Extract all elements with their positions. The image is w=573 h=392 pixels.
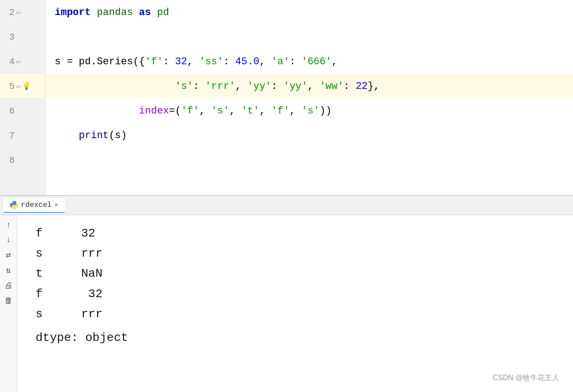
line-numbers: 2 ▭ 3 4 ▭ 5 ▭ 💡 6 7: [0, 0, 46, 195]
str-f: 'f': [145, 56, 163, 67]
code-line-5: 's': 'rrr', 'yy': 'yy', 'ww': 22},: [46, 74, 573, 98]
col5: :: [193, 81, 205, 92]
c5b: ,: [308, 81, 320, 92]
code-space2: [133, 7, 139, 18]
output-index-1: s: [36, 243, 54, 263]
output-value-2: NaN: [81, 263, 103, 284]
tab-label: rdexcel: [21, 201, 52, 209]
line-num-4: 4: [4, 57, 15, 67]
line-num-7: 7: [4, 130, 15, 141]
line-3-row: 3: [0, 25, 45, 49]
line-6-row: 6: [0, 98, 45, 123]
output-row-4: s rrr: [36, 304, 555, 324]
code-space3: [151, 7, 157, 18]
sort-icon[interactable]: ⇅: [6, 265, 11, 275]
close5: },: [368, 81, 380, 92]
colon3: :: [289, 56, 301, 67]
keyword-as: as: [139, 7, 151, 18]
num-32: 32: [175, 56, 187, 67]
line-5-row: 5 ▭ 💡: [0, 74, 45, 98]
str-ww: 'ww': [320, 81, 344, 92]
output-index-2: t: [36, 263, 54, 284]
s-var: s = pd.Series({: [55, 56, 145, 67]
code-space: [91, 7, 97, 18]
comma1: ,: [187, 56, 199, 67]
num-45: 45.0: [235, 56, 259, 67]
paren7: (s): [109, 130, 127, 141]
output-tabs: rdexcel ×: [0, 196, 573, 215]
col5c: :: [344, 81, 356, 92]
lightbulb-icon[interactable]: 💡: [22, 82, 31, 91]
code-content: import pandas as pd s = pd.Series({'f': …: [46, 0, 573, 195]
scroll-down-icon[interactable]: ↓: [6, 235, 11, 244]
output-tab-rdexcel[interactable]: rdexcel ×: [4, 198, 65, 213]
output-value-1: rrr: [81, 243, 103, 263]
tab-close-button[interactable]: ×: [54, 201, 58, 209]
colon2: :: [223, 56, 235, 67]
output-value-4: rrr: [81, 304, 103, 324]
str-ss: 'ss': [199, 56, 223, 67]
code-line-8: [46, 148, 573, 172]
code-line-3: [46, 25, 573, 49]
filter-icon[interactable]: ⇄: [6, 250, 11, 260]
str-a: 'a': [271, 56, 289, 67]
output-text: f 32 s rrr t NaN f 32 s rrr: [17, 215, 573, 392]
code-line-2: import pandas as pd: [46, 0, 573, 25]
output-toolbar: ↑ ↓ ⇄ ⇅ 🖨 🗑: [0, 215, 17, 392]
line-num-3: 3: [4, 32, 15, 42]
output-dtype: dtype: object: [36, 328, 555, 348]
close6: )): [320, 105, 331, 117]
num-22: 22: [356, 81, 367, 92]
app-container: 2 ▭ 3 4 ▭ 5 ▭ 💡 6 7: [0, 0, 573, 392]
str-yy-v: 'yy': [284, 81, 308, 92]
c6c: ,: [259, 105, 271, 117]
str-yy-k: 'yy': [247, 81, 271, 92]
keyword-index: index: [139, 105, 169, 117]
output-row-3: f 32: [36, 284, 555, 304]
spaces6: [55, 105, 139, 117]
c6b: ,: [229, 105, 241, 117]
code-line-7: print(s): [46, 123, 573, 148]
idx-f2: 'f': [271, 105, 289, 117]
colon1: :: [163, 56, 175, 67]
output-row-1: s rrr: [36, 243, 555, 263]
print-icon[interactable]: 🖨: [5, 281, 13, 290]
keyword-import: import: [55, 7, 91, 18]
line-4-row: 4 ▭: [0, 49, 45, 74]
scroll-up-icon[interactable]: ↑: [6, 221, 11, 230]
code-editor: 2 ▭ 3 4 ▭ 5 ▭ 💡 6 7: [0, 0, 573, 196]
idx-f: 'f': [181, 105, 199, 117]
output-value-3: 32: [81, 284, 103, 304]
c6a: ,: [199, 105, 211, 117]
output-row-0: f 32: [36, 223, 555, 243]
delete-icon[interactable]: 🗑: [5, 296, 13, 305]
fold-icon-4[interactable]: ▭: [16, 58, 20, 66]
fold-icon-2[interactable]: ▭: [16, 9, 20, 16]
output-index-4: s: [36, 304, 54, 324]
output-index-0: f: [36, 223, 54, 243]
eq6: =(: [169, 105, 181, 117]
col5b: :: [271, 81, 283, 92]
output-row-2: t NaN: [36, 263, 555, 284]
c5: ,: [235, 81, 247, 92]
keyword-pandas: pandas: [97, 7, 133, 18]
watermark: CSDN @牧牛花主人: [493, 373, 559, 383]
code-line-4: s = pd.Series({'f': 32, 'ss': 45.0, 'a':…: [46, 49, 573, 74]
line-num-8: 8: [4, 155, 15, 165]
python-icon: [10, 201, 18, 209]
line-7-row: 7: [0, 123, 45, 148]
output-panel: rdexcel × ↑ ↓ ⇄ ⇅ 🖨 🗑 f 32 s rrr: [0, 196, 573, 392]
keyword-print: print: [55, 130, 109, 141]
keyword-pd: pd: [157, 7, 169, 18]
code-line-6: index=('f', 's', 't', 'f', 's')): [46, 98, 573, 123]
output-body: ↑ ↓ ⇄ ⇅ 🖨 🗑 f 32 s rrr t NaN: [0, 215, 573, 392]
str-s: 's': [175, 81, 193, 92]
line-8-row: 8: [0, 148, 45, 172]
output-index-3: f: [36, 284, 54, 304]
spaces5: [55, 81, 175, 92]
line-2-row: 2 ▭: [0, 0, 45, 25]
str-rrr: 'rrr': [205, 81, 235, 92]
str-666: '666': [301, 56, 331, 67]
fold-icon-5[interactable]: ▭: [16, 83, 20, 90]
line-num-5: 5: [4, 81, 15, 92]
